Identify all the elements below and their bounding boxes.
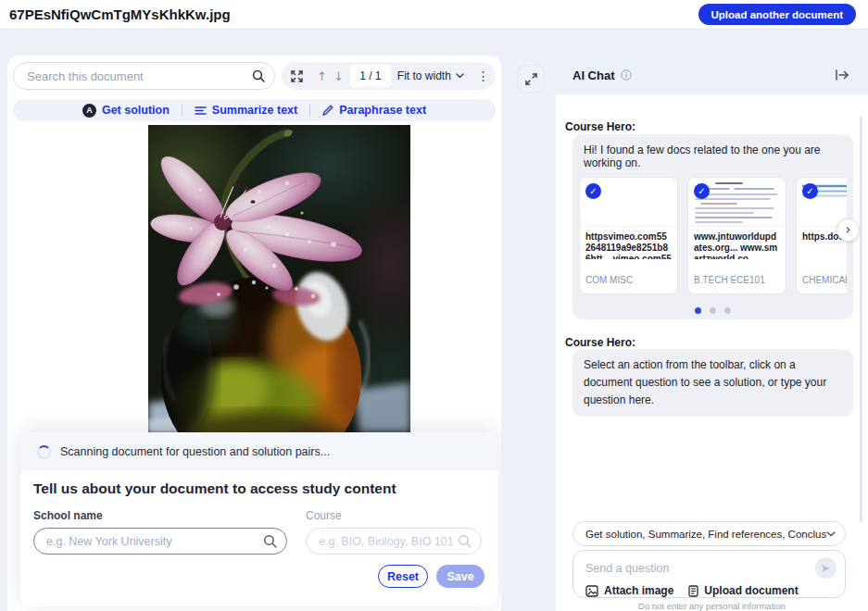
- chat-message-text: Hi! I found a few docs related to the on…: [584, 143, 842, 169]
- chat-message-related-docs: Hi! I found a few docs related to the on…: [572, 134, 853, 319]
- reset-button[interactable]: Reset: [378, 565, 428, 588]
- carousel-dots: [579, 307, 847, 314]
- action-divider: [309, 104, 310, 117]
- search-icon: [458, 534, 472, 548]
- fullscreen-icon[interactable]: [290, 69, 304, 83]
- related-doc-card[interactable]: ✓ httpsvimeo.com552648119a9e8251b86htt..…: [579, 177, 678, 294]
- school-name-input[interactable]: [46, 535, 263, 548]
- attach-image-button[interactable]: Attach image: [585, 584, 673, 597]
- image-icon: [585, 585, 598, 597]
- chevron-down-icon: [826, 531, 836, 537]
- upload-another-document-button[interactable]: Upload another document: [698, 4, 856, 25]
- paraphrase-text-button[interactable]: Paraphrase text: [322, 104, 426, 117]
- chat-sender-label: Course Hero:: [565, 120, 635, 133]
- chat-sender-label: Course Hero:: [565, 336, 635, 349]
- selected-check-icon[interactable]: ✓: [585, 183, 601, 199]
- next-page-icon[interactable]: ↓: [333, 69, 344, 83]
- top-bar: 67PEsNfiQwCmTgMYsKhkKw.jpg Upload anothe…: [0, 0, 868, 30]
- form-title: Tell us about your document to access st…: [33, 480, 484, 497]
- solution-icon: A: [82, 104, 96, 118]
- get-solution-button[interactable]: A Get solution: [82, 104, 170, 118]
- selected-check-icon[interactable]: ✓: [694, 183, 710, 199]
- related-docs-carousel: ✓ httpsvimeo.com552648119a9e8251b86htt..…: [579, 177, 847, 294]
- question-input[interactable]: [585, 562, 815, 575]
- collapse-panel-icon[interactable]: [835, 69, 849, 81]
- document-filename: 67PEsNfiQwCmTgMYsKhkKw.jpg: [9, 6, 231, 22]
- send-question-button[interactable]: [815, 557, 837, 579]
- course-field[interactable]: [306, 528, 482, 555]
- fit-to-width-select[interactable]: Fit to width: [397, 69, 464, 82]
- school-name-field[interactable]: [33, 528, 287, 555]
- document-icon: [688, 585, 698, 597]
- app-window: 67PEsNfiQwCmTgMYsKhkKw.jpg Upload anothe…: [0, 0, 868, 611]
- school-name-label: School name: [33, 509, 287, 522]
- document-action-bar: A Get solution Summarize text Paraphrase…: [13, 99, 496, 121]
- chat-action-dropdown[interactable]: Get solution, Summarize, Find references…: [572, 521, 846, 546]
- document-details-form: Tell us about your document to access st…: [20, 471, 497, 606]
- document-page-image: [148, 125, 410, 432]
- document-search-box[interactable]: [13, 62, 275, 90]
- page-number-input[interactable]: [350, 65, 391, 87]
- carousel-dot-active[interactable]: [695, 307, 701, 314]
- expand-document-panel-button[interactable]: [517, 65, 545, 93]
- question-composer: Attach image Upload document: [572, 550, 846, 598]
- summarize-icon: [195, 106, 207, 116]
- pencil-icon: [322, 105, 333, 116]
- more-options-icon[interactable]: ⋮: [477, 69, 490, 83]
- save-button[interactable]: Save: [436, 565, 484, 588]
- scanning-banner: Scanning document for question and solut…: [20, 432, 497, 471]
- chevron-down-icon: [456, 73, 464, 79]
- summarize-text-button[interactable]: Summarize text: [195, 104, 297, 117]
- page-controls-toolbar: ↑ ↓ Fit to width ⋮: [282, 62, 496, 90]
- search-icon[interactable]: [252, 69, 265, 82]
- document-search-input[interactable]: [27, 69, 252, 83]
- send-icon: [821, 564, 831, 573]
- ai-chat-panel: AI Chat Course Hero: Hi! I found a few d…: [556, 56, 868, 611]
- info-icon[interactable]: [621, 69, 632, 81]
- ai-chat-header: AI Chat: [556, 56, 868, 94]
- course-label: Course: [306, 509, 482, 522]
- scanning-status-text: Scanning document for question and solut…: [60, 445, 330, 458]
- scanning-spinner-icon: [37, 445, 51, 459]
- expand-diagonal-icon: [525, 73, 537, 85]
- related-doc-card[interactable]: ✓ www.jntuworldupdates.org... www.smartz…: [687, 177, 786, 294]
- previous-page-icon[interactable]: ↑: [317, 69, 327, 83]
- ai-chat-title: AI Chat: [572, 69, 615, 82]
- privacy-disclaimer: Do not enter any personal information: [556, 601, 868, 611]
- carousel-dot[interactable]: [724, 307, 731, 314]
- action-divider: [182, 104, 182, 117]
- chat-scrollbar[interactable]: [860, 117, 862, 522]
- upload-document-button[interactable]: Upload document: [688, 584, 798, 597]
- study-content-overlay: Scanning document for question and solut…: [20, 432, 497, 606]
- course-input[interactable]: [319, 535, 458, 548]
- carousel-dot[interactable]: [710, 307, 716, 314]
- search-icon: [263, 534, 277, 548]
- document-viewer-panel: ↑ ↓ Fit to width ⋮ A Get solution Summar…: [7, 56, 501, 611]
- chat-message-instructions: Select an action from the toolbar, click…: [572, 349, 853, 417]
- selected-check-icon[interactable]: ✓: [802, 183, 818, 199]
- carousel-next-button[interactable]: ›: [837, 218, 860, 242]
